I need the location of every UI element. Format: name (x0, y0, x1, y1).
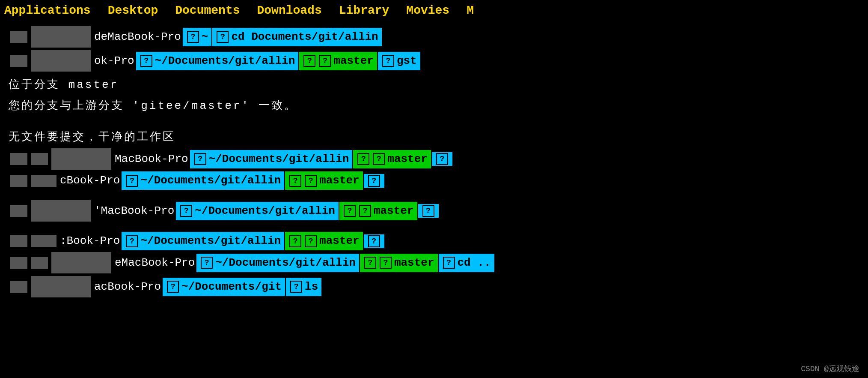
top-bar: Applications Desktop Documents Downloads… (0, 0, 868, 21)
terminal-line-13: eMacBook-Pro ?~/Documents/git/allin ? ?m… (9, 251, 859, 274)
hostname-2: ok-Pro (94, 53, 134, 69)
redacted-5 (10, 153, 27, 165)
prompt-ls-cmd: ?ls (286, 278, 321, 296)
redacted-16 (51, 252, 111, 273)
prompt-path-7: ?~/Documents/git/allin (190, 150, 353, 168)
qmark-11: ? (126, 175, 138, 187)
redacted-1 (10, 31, 27, 43)
terminal-line-10: 'MacBook-Pro ?~/Documents/git/allin ? ?m… (9, 199, 859, 222)
folder-m[interactable]: M (467, 4, 474, 17)
redacted-4 (31, 50, 91, 72)
redacted-17 (10, 281, 27, 293)
qmark-20: ? (289, 235, 301, 247)
folder-movies[interactable]: Movies (406, 4, 449, 17)
spacer-2 (9, 191, 859, 199)
watermark: CSDN @远观钱途 (801, 363, 859, 374)
qmark-19: ? (126, 235, 138, 247)
prompt-qmark-7: ? (432, 152, 452, 166)
qmark-6: ? (382, 55, 394, 67)
qmark-24: ? (364, 257, 376, 269)
qmark-27: ? (167, 281, 179, 293)
qmark-10: ? (436, 153, 448, 165)
qmark-8: ? (357, 153, 369, 165)
redacted-11 (31, 200, 91, 222)
spacer-3 (9, 223, 859, 232)
cd-command: cd Documents/git/allin (231, 29, 378, 45)
folder-library[interactable]: Library (339, 4, 389, 17)
redacted-12 (10, 235, 27, 247)
qmark-22: ? (368, 235, 380, 247)
terminal-line-12: :Book-Pro ?~/Documents/git/allin ? ?mast… (9, 232, 859, 250)
hostname-6: :Book-Pro (60, 233, 120, 249)
prompt-branch-13: ? ?master (360, 254, 438, 272)
prompt-branch-12: ? ?master (285, 232, 363, 250)
prompt-branch-7: ? ?master (353, 150, 431, 168)
qmark-7: ? (194, 153, 206, 165)
hostname-3: MacBook-Pro (115, 151, 188, 168)
qmark-23: ? (201, 257, 213, 269)
hostname-8: acBook-Pro (94, 279, 161, 295)
terminal-line-14: acBook-Pro ?~/Documents/git ?ls (9, 275, 859, 298)
prompt-gst-cmd: ?gst (378, 52, 420, 70)
redacted-2 (31, 26, 91, 48)
qmark-28: ? (290, 281, 302, 293)
hostname-5: 'MacBook-Pro (94, 203, 174, 219)
prompt-branch-2: ? ?master (299, 52, 377, 70)
hostname-7: eMacBook-Pro (115, 255, 195, 271)
chinese-line-6: 无文件要提交，干净的工作区 (9, 129, 859, 146)
prompt-cd-cmd: ?cd Documents/git/allin (212, 28, 381, 46)
qmark-14: ? (368, 175, 380, 187)
qmark-9: ? (373, 153, 385, 165)
prompt-path-10: ?~/Documents/git/allin (176, 202, 339, 220)
prompt-qmark-12: ? (364, 234, 384, 248)
qmark-4: ? (303, 55, 315, 67)
redacted-6 (31, 153, 48, 165)
prompt-branch-10: ? ?master (339, 202, 417, 220)
prompt-path-13: ?~/Documents/git/allin (196, 254, 359, 272)
prompt-path-2: ?~/Documents/git/allin (136, 52, 299, 70)
redacted-7 (51, 148, 111, 170)
prompt-qmark-8: ? (364, 174, 384, 188)
redacted-10 (10, 205, 27, 217)
prompt-cd-cmd-13: ?cd .. (439, 254, 494, 272)
qmark-15: ? (180, 205, 192, 217)
folder-desktop[interactable]: Desktop (108, 4, 158, 17)
hostname-1: deMacBook-Pro (94, 29, 181, 45)
prompt-path-1: ?~ (183, 28, 212, 46)
prompt-path-14: ?~/Documents/git (163, 278, 285, 296)
qmark-2: ? (217, 31, 229, 43)
terminal-line-1: deMacBook-Pro ?~ ?cd Documents/git/allin (9, 25, 859, 48)
terminal-line-7: MacBook-Pro ?~/Documents/git/allin ? ?ma… (9, 147, 859, 171)
redacted-8 (10, 175, 27, 187)
redacted-18 (31, 276, 91, 297)
terminal-line-8: cBook-Pro ?~/Documents/git/allin ? ?mast… (9, 171, 859, 190)
prompt-qmark-10: ? (418, 204, 439, 218)
qmark-16: ? (344, 205, 356, 217)
prompt-path-8: ?~/Documents/git/allin (122, 171, 284, 190)
terminal-window: deMacBook-Pro ?~ ?cd Documents/git/allin… (0, 21, 868, 303)
qmark-25: ? (380, 257, 392, 269)
qmark-13: ? (305, 175, 317, 187)
prompt-branch-8: ? ?master (285, 171, 363, 190)
hostname-4: cBook-Pro (60, 172, 120, 189)
qmark-21: ? (305, 235, 317, 247)
qmark-17: ? (359, 205, 371, 217)
folder-downloads[interactable]: Downloads (257, 4, 322, 17)
spacer-1 (9, 116, 859, 125)
redacted-9 (31, 175, 56, 187)
qmark-5: ? (319, 55, 331, 67)
qmark-18: ? (422, 205, 434, 217)
qmark-26: ? (443, 257, 455, 269)
folder-documents[interactable]: Documents (175, 4, 240, 17)
folder-applications[interactable]: Applications (4, 4, 91, 17)
redacted-3 (10, 55, 27, 67)
chinese-line-4: 您的分支与上游分支 'gitee/master' 一致。 (9, 98, 859, 114)
redacted-15 (31, 257, 48, 269)
chinese-line-3: 位于分支 master (9, 77, 859, 93)
qmark-1: ? (187, 31, 199, 43)
redacted-13 (31, 235, 56, 247)
redacted-14 (10, 257, 27, 269)
prompt-path-12: ?~/Documents/git/allin (122, 232, 284, 250)
qmark-3: ? (140, 55, 152, 67)
terminal-line-2: ok-Pro ?~/Documents/git/allin ? ?master … (9, 49, 859, 72)
